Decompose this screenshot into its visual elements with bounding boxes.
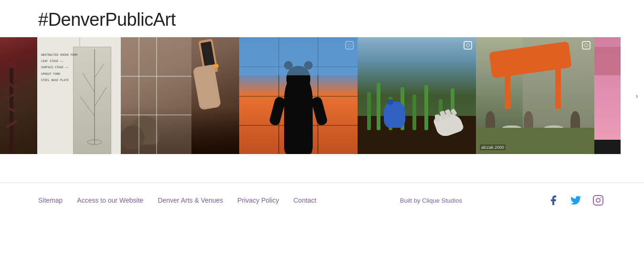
svg-line-4 xyxy=(95,63,104,78)
built-by-prefix: Built by xyxy=(400,197,422,204)
svg-point-7 xyxy=(596,198,600,202)
social-icons xyxy=(546,193,606,208)
gallery-section: ABSTRACTED SHEAR FORM LEAF STAGE —— SURF… xyxy=(0,37,644,168)
svg-point-8 xyxy=(600,197,601,198)
instagram-icon-5 xyxy=(464,41,472,50)
gallery-item-3[interactable] xyxy=(121,37,239,154)
twitter-icon[interactable] xyxy=(568,193,583,208)
denver-arts-link[interactable]: Denver Arts & Venues xyxy=(158,196,223,204)
facebook-icon[interactable] xyxy=(546,193,561,208)
page-title: #DenverPublicArt xyxy=(38,10,606,30)
built-by: Built by Clique Studios xyxy=(400,197,462,204)
privacy-link[interactable]: Privacy Policy xyxy=(237,196,279,204)
gallery-strip: ABSTRACTED SHEAR FORM LEAF STAGE —— SURF… xyxy=(0,37,644,154)
gallery-item-6[interactable]: alczak.2000 xyxy=(476,37,594,154)
gallery-item-7[interactable] xyxy=(594,37,621,154)
header: #DenverPublicArt xyxy=(0,0,644,37)
gallery-item-5[interactable] xyxy=(358,37,476,154)
gallery-item-1[interactable] xyxy=(0,37,37,154)
gallery-container: ABSTRACTED SHEAR FORM LEAF STAGE —— SURF… xyxy=(0,37,644,154)
accessibility-link[interactable]: Access to our Website xyxy=(77,196,143,204)
gallery-item-4[interactable] xyxy=(239,37,358,154)
svg-rect-6 xyxy=(593,196,603,205)
gallery-item-2[interactable]: ABSTRACTED SHEAR FORM LEAF STAGE —— SURF… xyxy=(37,37,121,154)
contact-link[interactable]: Contact xyxy=(294,196,317,204)
svg-line-1 xyxy=(80,97,95,116)
svg-line-3 xyxy=(83,73,95,92)
svg-line-2 xyxy=(95,87,106,106)
instagram-icon-6 xyxy=(582,41,591,50)
chevron-right-icon: › xyxy=(636,92,638,100)
footer: Sitemap Access to our Website Denver Art… xyxy=(0,183,644,217)
instagram-social-icon[interactable] xyxy=(591,193,606,208)
gallery-next-arrow[interactable]: › xyxy=(630,89,644,103)
sitemap-link[interactable]: Sitemap xyxy=(38,196,63,204)
footer-nav: Sitemap Access to our Website Denver Art… xyxy=(38,196,317,204)
built-by-company[interactable]: Clique Studios xyxy=(422,197,462,204)
username-tag: alczak.2000 xyxy=(480,144,506,150)
